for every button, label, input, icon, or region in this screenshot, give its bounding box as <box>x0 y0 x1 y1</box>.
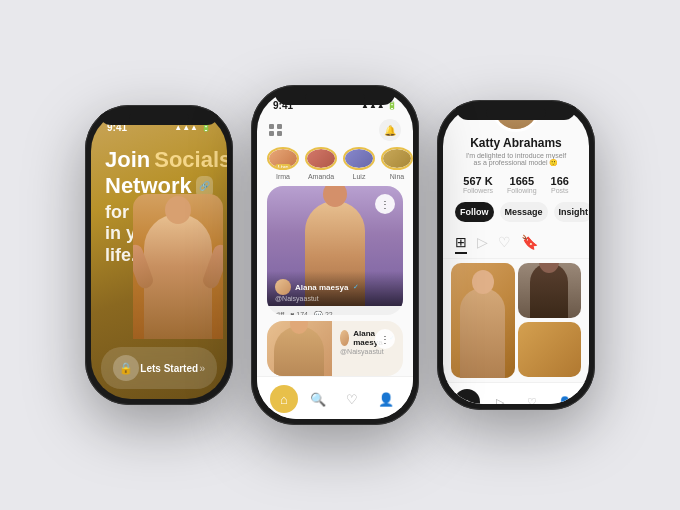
pb-profile[interactable]: 👤 <box>552 389 578 404</box>
tab-heart[interactable]: ♡ <box>498 232 511 254</box>
profile-bio: I'm delighted to introduce myself as a p… <box>443 152 589 167</box>
following-lbl: Following <box>507 187 537 194</box>
feed-figure-2 <box>274 326 324 376</box>
followers-lbl: Followers <box>463 187 493 194</box>
grid-photo-top-right <box>518 263 582 318</box>
phone-3: 9:41 ▲▲▲ 🔋 Katty Abrahams I'm delighted … <box>437 100 595 410</box>
phone1-content: Join Socials Network 🔗 for Amplify in yo… <box>91 139 227 347</box>
phones-container: 9:41 ▲▲▲ 🔋 Join Socials Network 🔗 <box>65 65 615 445</box>
profile-name: Katty Abrahams <box>470 136 562 150</box>
profile-bottom-bar: ⌂ ▷ ♡ 👤 <box>443 382 589 404</box>
diff-icon: diff <box>275 311 284 315</box>
feed-post-1-image: Alana maesya ✓ @Naisyaastut ⋮ <box>267 186 403 306</box>
message-button[interactable]: Message <box>500 202 548 222</box>
stat-following: 1665 Following <box>507 175 537 194</box>
tab-video[interactable]: ▷ <box>477 232 488 254</box>
photo-gold-person <box>451 263 515 378</box>
bottom-nav-2: ⌂ 🔍 ♡ 👤 <box>257 376 413 419</box>
pb-heart[interactable]: ♡ <box>519 389 545 404</box>
story-nina[interactable]: Nina <box>381 147 413 180</box>
tab-bookmark[interactable]: 🔖 <box>521 232 538 254</box>
arm-right <box>201 243 223 291</box>
chevrons-icon: » <box>199 363 205 374</box>
grid-photo-tall <box>451 263 515 378</box>
notification-bell[interactable]: 🔔 <box>379 119 401 141</box>
feed-avatar-2 <box>340 330 349 346</box>
insight-button[interactable]: Insight <box>554 202 589 222</box>
notch-2 <box>275 91 395 105</box>
feed-footer-1: diff ♥ 174 💬 22 Love your mine. #iloveto… <box>267 306 403 315</box>
person-body <box>144 214 212 339</box>
feed-overlay-1: Alana maesya ✓ @Naisyaastut <box>267 271 403 306</box>
hair-figure <box>530 263 568 318</box>
follow-button[interactable]: Follow <box>455 202 494 222</box>
photo-amber <box>518 322 582 377</box>
verified-icon-1: ✓ <box>353 283 359 291</box>
nav-home[interactable]: ⌂ <box>270 385 298 413</box>
likes-count-1: ♥ 174 <box>290 311 308 315</box>
following-val: 1665 <box>510 175 534 187</box>
person-container <box>133 194 223 339</box>
phone-1: 9:41 ▲▲▲ 🔋 Join Socials Network 🔗 <box>85 105 233 405</box>
lets-started: Lets Started <box>140 363 198 374</box>
feed-post-2-image <box>267 321 332 376</box>
photo-dark <box>518 263 582 318</box>
feed-handle-1: @Naisyaastut <box>275 295 395 302</box>
profile-tabs: ⊞ ▷ ♡ 🔖 <box>443 228 589 259</box>
person-bg <box>133 194 223 339</box>
stat-followers: 567 K Followers <box>463 175 493 194</box>
profile-actions: Follow Message Insight <box>443 194 589 228</box>
lock-icon: 🔒 <box>113 355 139 381</box>
feed-handle-2: @Naisyaastut <box>340 348 395 355</box>
tab-grid[interactable]: ⊞ <box>455 232 467 254</box>
pb-home[interactable]: ⌂ <box>454 389 480 404</box>
profile-stats: 567 K Followers 1665 Following 166 Posts <box>443 175 589 194</box>
tall-figure <box>460 288 505 378</box>
story-irma[interactable]: Live Irma <box>267 147 299 180</box>
phone1-illustration <box>105 267 213 339</box>
story-name-amanda: Amanda <box>308 173 334 180</box>
pb-video[interactable]: ▷ <box>487 389 513 404</box>
notch-1 <box>99 111 219 125</box>
story-amanda[interactable]: Amanda <box>305 147 337 180</box>
story-name-luiz: Luiz <box>353 173 366 180</box>
grid-menu-icon[interactable] <box>269 124 283 136</box>
feed-header: 🔔 <box>257 115 413 147</box>
grid-photo-bottom-right <box>518 322 582 377</box>
comments-count-1: 💬 22 <box>314 311 333 315</box>
story-luiz[interactable]: Luiz <box>343 147 375 180</box>
hero-socials: Socials <box>154 147 227 173</box>
nav-person[interactable]: 👤 <box>372 385 400 413</box>
arm-left <box>133 243 155 291</box>
posts-lbl: Posts <box>551 187 569 194</box>
phone-2: 9:41 ▲▲▲ 🔋 🔔 Live Irma <box>251 85 419 425</box>
nav-search[interactable]: 🔍 <box>304 385 332 413</box>
live-badge: Live <box>275 164 291 170</box>
stat-posts: 166 Posts <box>551 175 569 194</box>
profile-photo-grid <box>443 259 589 382</box>
followers-val: 567 K <box>463 175 492 187</box>
story-name-nina: Nina <box>390 173 404 180</box>
person-head <box>165 196 191 224</box>
feed-user-1: Alana maesya ✓ <box>275 279 395 295</box>
story-name-irma: Irma <box>276 173 290 180</box>
feed-stats-1: diff ♥ 174 💬 22 <box>275 311 395 315</box>
notch-3 <box>456 106 576 120</box>
hero-join: Join <box>105 147 150 173</box>
feed-username-1: Alana maesya <box>295 283 348 292</box>
stories-row: Live Irma Amanda Luiz Nina <box>257 147 413 186</box>
feed-post-1: Alana maesya ✓ @Naisyaastut ⋮ diff ♥ 174… <box>267 186 403 315</box>
phone1-cta[interactable]: 🔒 Lets Started » <box>101 347 217 389</box>
nav-heart[interactable]: ♡ <box>338 385 366 413</box>
feed-post-2: Alana maesya ✓ @Naisyaastut ⋮ <box>267 321 403 376</box>
posts-val: 166 <box>551 175 569 187</box>
feed-avatar-1 <box>275 279 291 295</box>
